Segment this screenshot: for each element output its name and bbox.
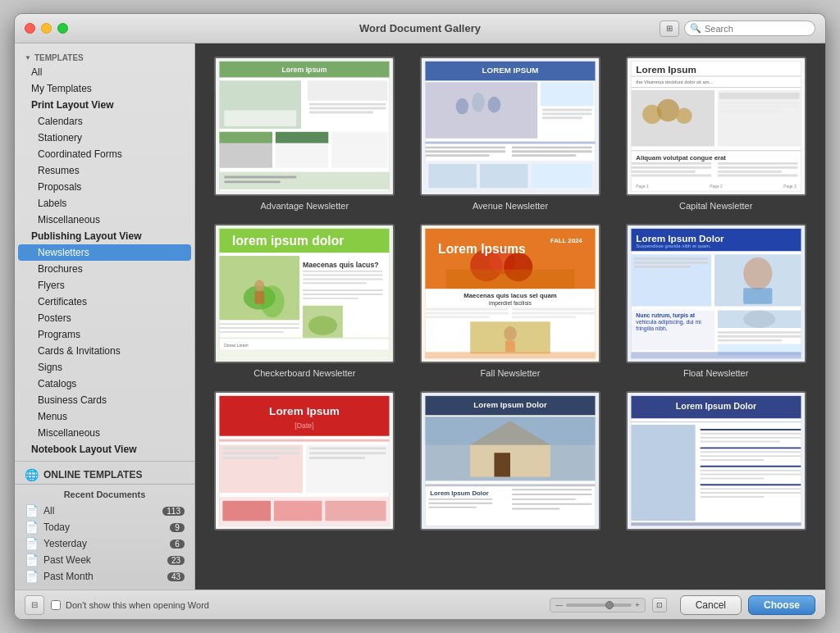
template-card-avenue[interactable]: LOREM IPSUM [414, 57, 607, 211]
svg-rect-183 [631, 421, 801, 422]
recent-past-month[interactable]: 📄 Past Month 43 [21, 568, 188, 585]
recent-all[interactable]: 📄 All 113 [21, 503, 188, 519]
sidebar-item-flyers[interactable]: Flyers [15, 277, 194, 294]
minimize-button[interactable] [41, 23, 52, 34]
sidebar-item-proposals[interactable]: Proposals [15, 179, 194, 195]
svg-rect-14 [332, 132, 388, 168]
svg-rect-196 [700, 474, 801, 476]
traffic-lights [25, 23, 68, 34]
svg-text:Aliquam volutpat congue erat: Aliquam volutpat congue erat [636, 154, 726, 162]
template-card-row3-1[interactable]: Lorem Ipsum [Date] [208, 391, 401, 535]
svg-text:Page 2: Page 2 [710, 184, 723, 189]
sidebar-item-cards-invitations[interactable]: Cards & Invitations [15, 343, 194, 359]
sidebar-item-my-templates[interactable]: My Templates [15, 80, 194, 97]
calendar-icon: 📄 [25, 504, 39, 517]
sidebar-item-catalogs[interactable]: Catalogs [15, 376, 194, 392]
template-card-float[interactable]: Lorem Ipsum Dolor Suspendisse gravida ni… [619, 224, 812, 378]
template-card-advantage[interactable]: Lorem Ipsum [208, 57, 401, 211]
gallery-grid: Lorem Ipsum [208, 57, 812, 535]
svg-text:Lorem Ipsum: Lorem Ipsum [636, 64, 696, 75]
sidebar-item-business-cards[interactable]: Business Cards [15, 392, 194, 408]
svg-rect-52 [719, 93, 800, 99]
sidebar-item-all[interactable]: All [15, 64, 194, 80]
sidebar-item-notebook-layout-view[interactable]: Notebook Layout View [15, 441, 194, 458]
sidebar-item-print-layout-view[interactable]: Print Layout View [15, 97, 194, 113]
svg-rect-130 [743, 288, 772, 304]
sidebar-item-publishing-layout-view[interactable]: Publishing Layout View [15, 228, 194, 244]
sidebar-item-online-templates[interactable]: 🌐 ONLINE TEMPLATES [15, 465, 194, 484]
templates-section-header: ▼ TEMPLATES [15, 50, 194, 64]
template-label-advantage: Advantage Newsletter [261, 201, 349, 211]
svg-text:Lorem Ipsum Dolor: Lorem Ipsum Dolor [473, 400, 547, 409]
recent-past-week[interactable]: 📄 Past Week 23 [21, 552, 188, 568]
sidebar-item-miscellaneous-pub[interactable]: Miscellaneous [15, 425, 194, 441]
template-card-row3-2[interactable]: Lorem Ipsum Dolor Lorem Ipsum Dolor [414, 391, 607, 535]
svg-rect-88 [220, 327, 300, 329]
template-thumb-row3-3: Lorem Ipsum Dolor [626, 391, 806, 531]
svg-rect-83 [303, 282, 367, 284]
svg-rect-167 [494, 453, 510, 476]
svg-rect-111 [512, 308, 596, 311]
sidebar-item-labels[interactable]: Labels [15, 195, 194, 212]
sidebar-item-miscellaneous-print[interactable]: Miscellaneous [15, 212, 194, 228]
template-thumb-capital: Lorem Ipsum the Vitumnus tincidunt dolor… [626, 57, 806, 196]
dont-show-checkbox[interactable] [51, 600, 61, 610]
svg-rect-168 [425, 417, 595, 444]
svg-rect-197 [700, 478, 764, 480]
svg-rect-177 [512, 503, 592, 505]
sidebar-item-newsletters[interactable]: Newsletters [18, 244, 191, 261]
footer-right: — + ⊡ [550, 598, 666, 613]
template-thumb-fall: FALL 2024 Lorem Ipsums Maecenas quis lac… [420, 224, 600, 363]
svg-rect-200 [700, 492, 801, 494]
template-card-row3-3[interactable]: Lorem Ipsum Dolor [619, 391, 812, 535]
template-card-checkerboard[interactable]: lorem ipsum dolor Maecenas quis lacus? [208, 224, 401, 378]
sidebar-item-programs[interactable]: Programs [15, 326, 194, 343]
search-input[interactable] [705, 24, 810, 34]
svg-point-77 [255, 280, 265, 291]
svg-text:Suspendisse gravida nibh et qu: Suspendisse gravida nibh et quam. [636, 244, 711, 248]
svg-text:the Vitumnus tincidunt dolor s: the Vitumnus tincidunt dolor sit am... [636, 80, 713, 84]
template-card-fall[interactable]: FALL 2024 Lorem Ipsums Maecenas quis lac… [414, 224, 607, 378]
svg-text:imperdiet facilisis: imperdiet facilisis [489, 300, 532, 307]
svg-rect-25 [542, 112, 592, 115]
sidebar-item-resumes[interactable]: Resumes [15, 162, 194, 179]
sidebar-item-signs[interactable]: Signs [15, 359, 194, 376]
sidebar-item-brochures[interactable]: Brochures [15, 261, 194, 277]
recent-documents-section: Recent Documents 📄 All 113 📄 Today 9 📄 Y… [15, 484, 194, 590]
zoom-fit-button[interactable]: ⊡ [652, 598, 667, 613]
footer-view-button[interactable]: ⊟ [25, 595, 44, 615]
template-card-capital[interactable]: Lorem Ipsum the Vitumnus tincidunt dolor… [619, 57, 812, 211]
choose-button[interactable]: Choose [748, 595, 815, 615]
svg-rect-158 [274, 501, 322, 521]
view-toggle-button[interactable]: ⊞ [660, 20, 679, 37]
sidebar-item-posters[interactable]: Posters [15, 310, 194, 326]
sidebar-top: ▼ TEMPLATES All My Templates Print Layou… [15, 43, 194, 484]
dont-show-label: Don't show this when opening Word [66, 600, 209, 610]
svg-text:Lorem Ipsums: Lorem Ipsums [438, 242, 526, 256]
sidebar-item-stationery[interactable]: Stationery [15, 130, 194, 146]
maximize-button[interactable] [57, 23, 68, 34]
template-thumb-advantage: Lorem Ipsum [214, 57, 395, 196]
close-button[interactable] [25, 23, 35, 34]
zoom-in-icon: + [635, 601, 639, 609]
template-label-avenue: Avenue Newsletter [472, 201, 548, 211]
sidebar-item-menus[interactable]: Menus [15, 408, 194, 425]
template-label-float: Float Newsletter [683, 368, 748, 378]
sidebar-item-calendars[interactable]: Calendars [15, 113, 194, 130]
template-label-capital: Capital Newsletter [679, 201, 752, 211]
sidebar-item-certificates[interactable]: Certificates [15, 294, 194, 310]
cancel-button[interactable]: Cancel [680, 595, 742, 615]
svg-rect-173 [428, 507, 477, 508]
svg-rect-80 [303, 271, 383, 272]
globe-icon: 🌐 [25, 468, 39, 481]
svg-rect-157 [223, 501, 272, 521]
recent-today[interactable]: 📄 Today 9 [21, 519, 188, 535]
svg-rect-63 [718, 166, 798, 169]
svg-rect-149 [306, 444, 390, 493]
svg-rect-82 [303, 278, 383, 280]
sidebar-item-coordinated-forms[interactable]: Coordinated Forms [15, 146, 194, 162]
svg-rect-55 [719, 109, 783, 112]
recent-yesterday[interactable]: 📄 Yesterday 6 [21, 535, 188, 552]
template-thumb-avenue: LOREM IPSUM [420, 57, 600, 196]
zoom-slider[interactable] [566, 603, 632, 607]
